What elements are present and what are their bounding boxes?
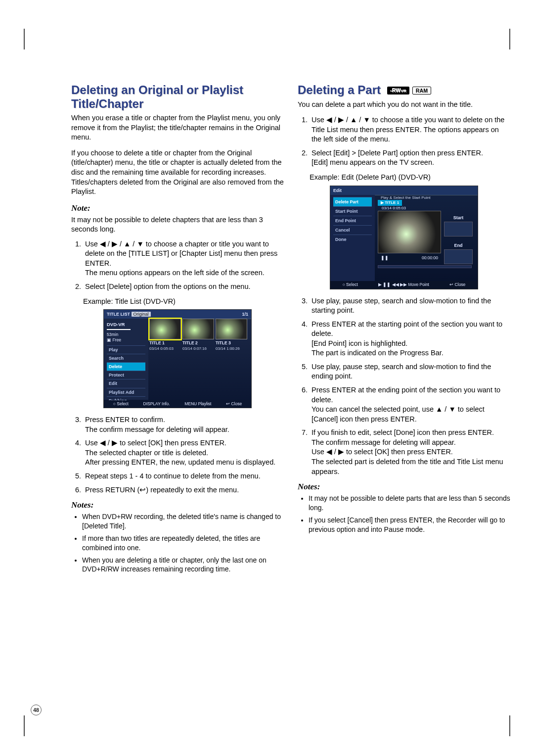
steps-list-b: Press ENTER to confirm. The confirm mess… [71, 415, 284, 495]
paragraph: When you erase a title or chapter from t… [71, 113, 284, 142]
footer-item: DISPLAY Info. [143, 401, 170, 407]
list-item: Select [Edit] > [Delete Part] option the… [310, 148, 510, 168]
list-item: Press RETURN (↩) repeatedly to exit the … [83, 485, 284, 495]
footer-item: ○ Select [113, 401, 129, 407]
screenshot-leftpane: DVD-VR 53min▣ Free PlaySearchDeleteProte… [104, 319, 148, 400]
menu-item: Cancel [333, 225, 372, 235]
notes-heading: Notes: [71, 500, 284, 511]
free-space: 53min▣ Free [107, 332, 145, 343]
badge-ram: RAM [412, 87, 432, 94]
screenshot-menu: Delete PartStart PointEnd PointCancelDon… [333, 197, 372, 244]
footer-item: ↩ Close [449, 282, 465, 287]
notes-list: When DVD+RW recording, the deleted title… [71, 512, 284, 574]
list-item: Use ◀ / ▶ / ▲ / ▼ to choose a title you … [310, 115, 510, 144]
title-text: Deleting a Part [298, 83, 381, 96]
badge-rwvr: -RWVR [387, 87, 409, 94]
paragraph: If you choose to delete a title or chapt… [71, 148, 284, 197]
list-item: When DVD+RW recording, the deleted title… [82, 512, 284, 531]
menu-item: Done [333, 235, 372, 244]
preview-meta: 03/14 0:05:03 [378, 205, 409, 211]
note-heading: Note: [71, 203, 284, 214]
screenshot-leftpane: Delete PartStart PointEnd PointCancelDon… [330, 195, 375, 281]
list-item: If you select [Cancel] then press ENTER,… [309, 516, 510, 534]
left-column: Deleting an Original or Playlist Title/C… [71, 83, 284, 707]
list-item: If you finish to edit, select [Done] ico… [310, 428, 510, 476]
right-column: Deleting a Part -RWVR RAM You can delete… [298, 83, 510, 707]
paragraph: You can delete a part which you do not w… [298, 100, 510, 110]
menu-item: Delete [107, 362, 145, 371]
edit-delete-part-screenshot: Edit Delete PartStart PointEnd PointCanc… [330, 186, 478, 289]
pager: 1/1 [242, 311, 248, 317]
menu-item: Protect [107, 371, 145, 379]
menu-item: Delete Part [333, 197, 372, 206]
menu-item: Edit [107, 379, 145, 387]
tab-original: Original [132, 312, 151, 317]
title-list-screenshot: TITLE LIST Original 1/1 DVD-VR 53min▣ Fr… [103, 309, 252, 408]
list-item: Use play, pause step, search and slow-mo… [310, 362, 510, 381]
notes-list: It may not be possible to delete parts t… [298, 494, 510, 534]
menu-item: Search [107, 354, 145, 362]
steps-list-a: Use ◀ / ▶ / ▲ / ▼ to choose a chapter or… [71, 239, 284, 292]
label: End [444, 241, 473, 249]
section-title-delete-part: Deleting a Part -RWVR RAM [298, 83, 510, 97]
thumbnail: TITLE 303/14 1:00:26 [216, 319, 247, 351]
manual-page: Deleting an Original or Playlist Title/C… [0, 0, 534, 756]
list-item: Select [Delete] option from the options … [83, 282, 284, 292]
menu-item: Start Point [333, 206, 372, 216]
list-item: It may not be possible to delete parts t… [309, 494, 510, 513]
list-item: When you are deleting a title or chapter… [82, 556, 284, 574]
label: DVD-VR [107, 322, 145, 328]
end-thumb: End [444, 241, 473, 264]
thumbnails: TITLE 103/14 0:05:03TITLE 203/14 0:07:16… [149, 319, 249, 351]
screenshot-footer: ○ Select▶ ❚❚ ◀◀ ▶▶ Move Point↩ Close [330, 281, 478, 288]
progress-bar [378, 265, 472, 268]
example-label: Example: Title List (DVD-VR) [83, 297, 284, 307]
label: Start [444, 214, 473, 222]
steps-list-a: Use ◀ / ▶ / ▲ / ▼ to choose a title you … [298, 115, 510, 168]
list-item: Use play, pause step, search and slow-mo… [310, 296, 510, 316]
format-badges: -RWVR RAM [387, 87, 431, 94]
menu-item: Playlist Add [107, 388, 145, 396]
thumbnail: TITLE 203/14 0:07:16 [182, 319, 214, 351]
thumb-box [444, 222, 473, 236]
label: TITLE LIST [107, 312, 130, 317]
screenshot-footer: ○ SelectDISPLAY Info.MENU Playlist↩ Clos… [104, 400, 251, 408]
list-item: Press ENTER at the ending point of the s… [310, 385, 510, 424]
list-item: Press ENTER to confirm. The confirm mess… [83, 415, 284, 434]
footer-item: ○ Select [343, 282, 358, 287]
preview-time: 00:00:00 [422, 255, 438, 261]
note-text: It may not be possible to delete chapter… [71, 215, 284, 235]
footer-item: ▶ ❚❚ ◀◀ ▶▶ Move Point [378, 282, 429, 287]
notes-heading: Notes: [298, 481, 510, 493]
screenshot-topbar: Edit [330, 186, 478, 195]
start-thumb: Start [444, 214, 473, 236]
content-columns: Deleting an Original or Playlist Title/C… [71, 83, 510, 707]
steps-list-b: Use play, pause step, search and slow-mo… [298, 296, 510, 477]
footer-item: ↩ Close [226, 401, 242, 407]
pause-icon: ❚❚ [381, 255, 389, 261]
preview-pane [378, 211, 441, 253]
thumbnail: TITLE 103/14 0:05:03 [149, 319, 181, 351]
menu-item: End Point [333, 216, 372, 225]
list-item: Press ENTER at the starting point of the… [310, 320, 510, 358]
list-item: Use ◀ / ▶ / ▲ / ▼ to choose a chapter or… [83, 239, 284, 278]
menu-item: Play [107, 345, 145, 354]
list-item: Use ◀ / ▶ to select [OK] then press ENTE… [83, 438, 284, 468]
section-title-delete-original: Deleting an Original or Playlist Title/C… [71, 83, 284, 110]
underline [107, 329, 131, 330]
list-item: Repeat steps 1 - 4 to continue to delete… [83, 472, 284, 481]
example-label: Example: Edit (Delete Part) (DVD-VR) [310, 173, 510, 183]
page-number: 48 [31, 705, 42, 715]
list-item: If more than two titles are repeatedly d… [82, 534, 284, 553]
footer-item: MENU Playlist [184, 401, 211, 407]
screenshot-menu: PlaySearchDeleteProtectEditPlaylist AddD… [107, 345, 145, 405]
thumb-box [444, 249, 473, 264]
screenshot-topbar: TITLE LIST Original 1/1 [104, 310, 251, 319]
preview-controls: ❚❚ 00:00:00 [378, 254, 441, 262]
